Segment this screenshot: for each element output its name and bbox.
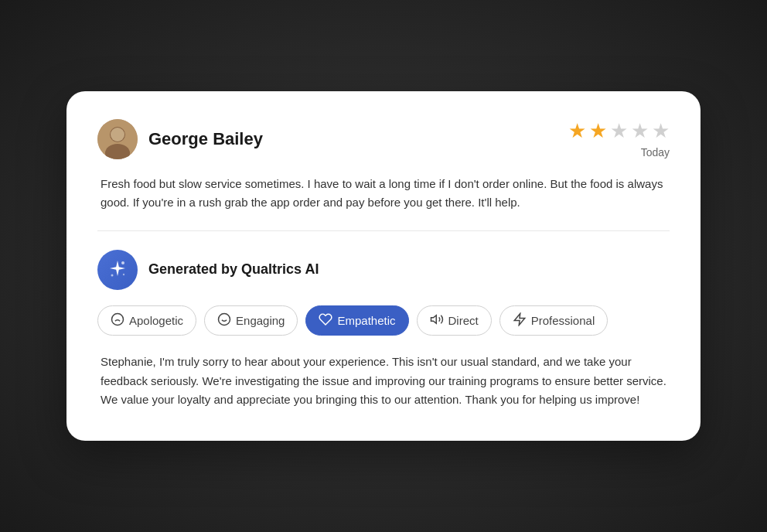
stars: ★ ★ ★ ★ ★ xyxy=(568,119,670,143)
apologetic-icon xyxy=(111,312,124,329)
star-5: ★ xyxy=(652,119,670,143)
reviewer-info: George Bailey xyxy=(97,119,263,159)
tone-chip-label-engaging: Engaging xyxy=(236,314,285,327)
ai-label: Generated by Qualtrics AI xyxy=(148,261,319,278)
svg-point-3 xyxy=(111,128,124,142)
tone-chip-label-empathetic: Empathetic xyxy=(337,314,395,327)
tone-chip-empathetic[interactable]: Empathetic xyxy=(305,305,408,336)
tone-chip-direct[interactable]: Direct xyxy=(417,305,492,336)
ai-section-header: Generated by Qualtrics AI xyxy=(97,250,670,290)
ai-icon xyxy=(97,250,138,290)
star-3: ★ xyxy=(610,119,628,143)
tone-chip-apologetic[interactable]: Apologetic xyxy=(97,305,196,336)
tone-chip-label-apologetic: Apologetic xyxy=(129,314,183,327)
direct-icon xyxy=(430,312,444,329)
empathetic-icon xyxy=(319,312,332,329)
review-date: Today xyxy=(641,146,670,159)
svg-point-4 xyxy=(121,261,124,264)
professional-icon xyxy=(513,312,527,329)
tone-chip-engaging[interactable]: Engaging xyxy=(204,305,298,336)
tone-chip-professional[interactable]: Professional xyxy=(499,305,608,336)
star-4: ★ xyxy=(631,119,649,143)
tone-chip-label-direct: Direct xyxy=(448,314,479,327)
reviewer-name: George Bailey xyxy=(148,129,263,149)
tone-chip-label-professional: Professional xyxy=(531,314,595,327)
tone-chips: ApologeticEngagingEmpatheticDirectProfes… xyxy=(97,305,670,336)
star-1: ★ xyxy=(568,119,586,143)
section-divider xyxy=(97,230,670,231)
star-2: ★ xyxy=(589,119,607,143)
svg-marker-14 xyxy=(514,313,525,325)
svg-point-6 xyxy=(123,274,124,275)
svg-point-10 xyxy=(219,313,230,325)
avatar xyxy=(97,119,138,159)
review-text: Fresh food but slow service sometimes. I… xyxy=(97,175,670,212)
svg-point-5 xyxy=(111,274,114,276)
svg-marker-13 xyxy=(431,315,436,324)
rating-section: ★ ★ ★ ★ ★ Today xyxy=(568,119,670,159)
review-header: George Bailey ★ ★ ★ ★ ★ Today xyxy=(97,119,670,159)
engaging-icon xyxy=(217,312,231,329)
generated-response: Stephanie, I'm truly sorry to hear about… xyxy=(97,353,670,410)
review-card: George Bailey ★ ★ ★ ★ ★ Today Fresh food… xyxy=(66,91,701,441)
